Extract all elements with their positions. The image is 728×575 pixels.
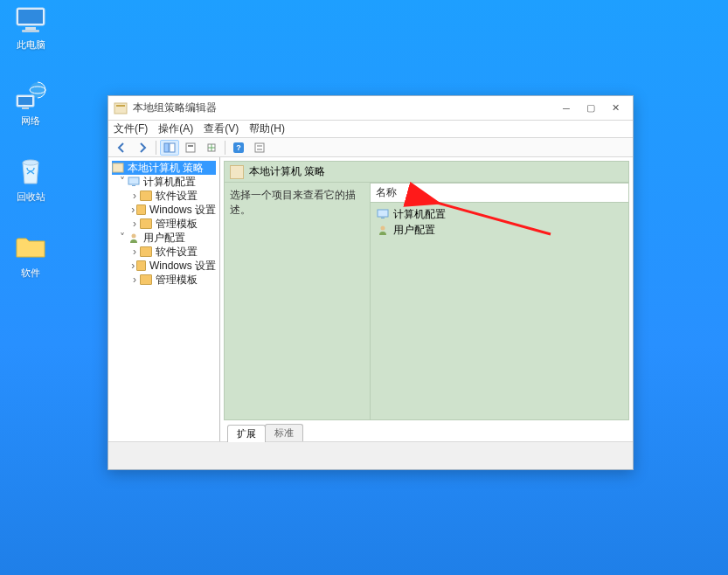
close-button[interactable]: ✕ [603,100,627,117]
folder-icon [140,274,152,285]
tree-label: 软件设置 [156,189,198,204]
svg-rect-12 [164,143,169,152]
tree-label: 计算机配置 [143,175,196,190]
svg-rect-8 [22,107,29,109]
menubar: 文件(F) 操作(A) 查看(V) 帮助(H) [108,121,633,138]
window-title: 本地组策略编辑器 [133,100,554,115]
pc-icon [11,5,50,35]
svg-rect-20 [257,145,262,147]
svg-rect-1 [18,10,43,24]
expand-icon[interactable]: › [129,246,140,258]
tree-label: Windows 设置 [149,203,216,218]
tree-label: 软件设置 [156,245,198,260]
tree-label: Windows 设置 [149,259,216,274]
menu-view[interactable]: 查看(V) [204,121,239,136]
description-text: 选择一个项目来查看它的描述。 [230,189,356,216]
collapse-icon[interactable]: ˅ [117,176,128,188]
right-pane: 本地计算机 策略 选择一个项目来查看它的描述。 名称 计算机 [220,157,633,441]
svg-rect-7 [18,97,32,105]
computer-icon [376,208,390,220]
gpedit-window: 本地组策略编辑器 ─ ▢ ✕ 文件(F) 操作(A) 查看(V) 帮助(H) [107,95,634,470]
list-item-computer-config[interactable]: 计算机配置 [376,206,623,222]
toolbar-filter-button[interactable] [250,140,269,156]
tree-node-computer-config[interactable]: ˅ 计算机配置 [112,175,216,189]
right-pane-header: 本地计算机 策略 [224,161,629,183]
titlebar[interactable]: 本地组策略编辑器 ─ ▢ ✕ [108,96,633,121]
list-pane: 名称 计算机配置 用户配置 [371,183,629,420]
desktop-icon-label: 此电脑 [0,38,61,52]
svg-rect-26 [378,210,388,217]
tree-node-user-config[interactable]: ˅ 用户配置 [112,231,216,245]
maximize-button[interactable]: ▢ [579,100,603,117]
right-pane-title: 本地计算机 策略 [249,164,325,179]
expand-icon[interactable]: › [129,204,136,216]
network-icon [11,81,50,111]
tree-label: 用户配置 [143,231,185,246]
expand-icon[interactable]: › [129,274,140,286]
svg-rect-24 [132,185,135,186]
svg-rect-11 [116,105,125,107]
toolbar-export-button[interactable] [202,140,221,156]
tree-node-user-windows-settings[interactable]: › Windows 设置 [112,259,216,273]
svg-rect-14 [186,143,195,152]
svg-rect-10 [114,103,127,114]
nav-forward-button[interactable] [133,140,152,156]
desktop-icon-recycle-bin[interactable]: 回收站 [0,157,61,204]
name-column-header[interactable]: 名称 [371,183,629,203]
menu-action[interactable]: 操作(A) [158,121,193,136]
toolbar-properties-button[interactable] [181,140,200,156]
client-area: 本地计算机 策略 ˅ 计算机配置 › 软件设置 › Windows 设置 › [108,157,633,441]
svg-rect-23 [128,177,139,184]
menu-file[interactable]: 文件(F) [114,121,148,136]
folder-icon [140,246,152,257]
expand-icon[interactable]: › [129,190,140,202]
name-column-label: 名称 [376,186,397,198]
toolbar: ? [108,138,633,157]
nav-back-button[interactable] [112,140,131,156]
tree-root-label: 本地计算机 策略 [128,161,204,176]
tree-node-admin-templates[interactable]: › 管理模板 [112,217,216,231]
toolbar-help-button[interactable]: ? [229,140,248,156]
minimize-button[interactable]: ─ [554,100,579,117]
svg-rect-13 [170,143,175,152]
policy-icon [230,165,244,179]
desktop-icon-label: 软件 [0,267,61,280]
expand-icon[interactable]: › [129,218,140,230]
list-item-label: 计算机配置 [393,207,446,222]
list-body: 计算机配置 用户配置 [371,203,629,420]
computer-icon [128,177,140,187]
toolbar-show-tree-button[interactable] [160,140,179,156]
user-icon [128,232,140,243]
menu-help[interactable]: 帮助(H) [249,121,285,136]
desktop-icons: 此电脑 网络 回收站 软件 [0,0,70,280]
list-item-user-config[interactable]: 用户配置 [376,222,623,238]
desktop-icon-software-folder[interactable]: 软件 [0,233,61,280]
desktop-icon-this-pc[interactable]: 此电脑 [0,5,61,52]
tree-node-user-admin-templates[interactable]: › 管理模板 [112,273,216,287]
tree-label: 管理模板 [156,273,198,288]
svg-point-25 [132,234,136,239]
tree-node-user-software-settings[interactable]: › 软件设置 [112,245,216,259]
tab-standard[interactable]: 标准 [265,424,303,441]
list-item-label: 用户配置 [393,223,435,238]
svg-point-9 [23,160,38,165]
desktop-icon-label: 回收站 [0,191,61,204]
expand-icon[interactable]: › [129,260,136,272]
folder-icon [11,233,50,263]
tabs-row: 扩展 标准 [224,422,629,441]
tree-label: 管理模板 [156,217,198,232]
collapse-icon[interactable]: ˅ [117,232,128,244]
desktop-icon-label: 网络 [0,114,61,128]
desktop-icon-network[interactable]: 网络 [0,81,61,128]
folder-icon [136,260,145,271]
tree-node-software-settings[interactable]: › 软件设置 [112,189,216,203]
svg-rect-2 [25,27,36,30]
tree-node-windows-settings[interactable]: › Windows 设置 [112,203,216,217]
tab-extended[interactable]: 扩展 [227,425,266,442]
svg-text:?: ? [236,143,241,152]
user-icon [376,224,390,236]
tree-root[interactable]: 本地计算机 策略 [112,161,216,175]
svg-rect-21 [257,149,262,150]
svg-rect-22 [113,163,123,172]
folder-icon [140,218,152,229]
